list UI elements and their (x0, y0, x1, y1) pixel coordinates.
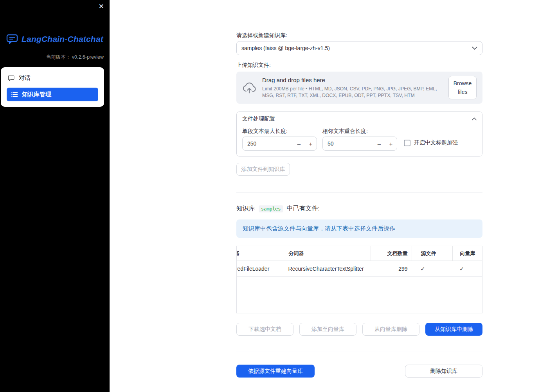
plus-step-button[interactable]: + (385, 140, 397, 147)
sidebar-item-chat[interactable]: 对话 (7, 70, 98, 86)
max-length-value: 250 (243, 140, 293, 147)
col-vector-store: 向量库 (452, 246, 482, 261)
minus-step-button[interactable]: – (293, 140, 305, 147)
sidebar: ✕ LangChain-Chatchat 当前版本： v0.2.6-previe… (0, 0, 110, 392)
main-content: 请选择或新建知识库: samples (faiss @ bge-large-zh… (110, 0, 540, 392)
upload-label: 上传知识文件: (236, 62, 271, 69)
file-config-title: 文件处理配置 (242, 115, 275, 122)
zh-title-enhance-label: 开启中文标题加强 (414, 139, 458, 146)
checkbox-box[interactable] (404, 140, 410, 146)
zh-title-enhance-checkbox[interactable]: 开启中文标题加强 (404, 139, 458, 146)
cell-source-check: ✓ (412, 261, 453, 276)
overlap-input[interactable]: 50 – + (322, 137, 397, 151)
download-selected-button[interactable]: 下载选中文档 (236, 323, 293, 336)
kb-select-value: samples (faiss @ bge-large-zh-v1.5) (241, 45, 330, 51)
uploader-limit-text: Limit 200MB per file • HTML, MD, JSON, C… (262, 86, 443, 99)
list-icon (11, 92, 18, 97)
app-window: ✕ LangChain-Chatchat 当前版本： v0.2.6-previe… (0, 0, 540, 392)
existing-suffix: 中已有文件: (287, 205, 320, 213)
divider (236, 192, 482, 192)
check-icon: ✓ (459, 266, 464, 272)
version-value: v0.2.6-preview (72, 54, 104, 60)
delete-from-kb-button[interactable]: 从知识库中删除 (425, 323, 482, 336)
chat-bubble-icon (8, 75, 14, 81)
kb-select[interactable]: samples (faiss @ bge-large-zh-v1.5) (236, 41, 482, 55)
files-table: 文档加载器 分词器 文档数量 源文件 向量库 UnstructuredFileL… (236, 246, 482, 313)
info-banner: 知识库中包含源文件与向量库，请从下表中选择文件后操作 (236, 219, 482, 238)
files-table-header: 文档加载器 分词器 文档数量 源文件 向量库 (237, 246, 482, 261)
file-uploader-dropzone[interactable]: Drag and drop files here Limit 200MB per… (236, 72, 482, 104)
info-text: 知识库中包含源文件与向量库，请从下表中选择文件后操作 (243, 225, 395, 232)
max-length-label: 单段文本最大长度: (242, 128, 288, 135)
cloud-upload-icon (242, 82, 256, 94)
minus-step-button[interactable]: – (373, 140, 385, 147)
overlap-label: 相邻文本重合长度: (322, 128, 368, 135)
uploader-text: Drag and drop files here Limit 200MB per… (262, 77, 443, 99)
check-icon: ✓ (421, 266, 425, 272)
rebuild-vector-store-button[interactable]: 依据源文件重建向量库 (236, 365, 315, 378)
existing-prefix: 知识库 (236, 205, 255, 213)
sidebar-item-label: 知识库管理 (22, 91, 51, 98)
browse-files-button[interactable]: Browse files (448, 76, 477, 100)
add-to-vector-store-button[interactable]: 添加至向量库 (299, 323, 356, 336)
kb-select-label: 请选择或新建知识库: (236, 32, 287, 39)
app-logo-text: LangChain-Chatchat (22, 34, 103, 44)
file-config-expander-header[interactable]: 文件处理配置 (237, 112, 482, 126)
sidebar-item-knowledge-base[interactable]: 知识库管理 (7, 88, 98, 101)
add-files-to-kb-button[interactable]: 添加文件到知识库 (236, 163, 290, 176)
version-label: 当前版本： (46, 54, 71, 60)
delete-kb-button[interactable]: 删除知识库 (405, 365, 482, 378)
max-length-input[interactable]: 250 – + (242, 137, 317, 151)
cell-splitter: RecursiveCharacterTextSplitter (282, 261, 371, 276)
app-logo: LangChain-Chatchat (0, 34, 110, 45)
col-loader: 文档加载器 (237, 246, 282, 261)
chevron-up-icon (472, 117, 477, 120)
chatchat-logo-icon (6, 34, 18, 45)
plus-step-button[interactable]: + (305, 140, 317, 147)
uploader-title: Drag and drop files here (262, 77, 443, 83)
sidebar-close-icon[interactable]: ✕ (99, 2, 104, 11)
sidebar-menu: 对话 知识库管理 (1, 67, 104, 107)
version-text: 当前版本： v0.2.6-preview (46, 54, 104, 61)
file-config-expander: 文件处理配置 单段文本最大长度: 250 – + 相邻文本重合长度: 50 – … (236, 111, 482, 156)
cell-doc-count: 299 (371, 261, 412, 276)
existing-files-heading: 知识库 samples 中已有文件: (236, 205, 320, 213)
overlap-value: 50 (323, 140, 373, 147)
sidebar-item-label: 对话 (19, 74, 31, 82)
col-doc-count: 文档数量 (371, 246, 412, 261)
kb-name-code: samples (259, 205, 283, 212)
col-splitter: 分词器 (282, 246, 371, 261)
cell-vector-check: ✓ (452, 261, 482, 276)
col-source-file: 源文件 (412, 246, 453, 261)
divider (236, 351, 482, 351)
delete-from-vector-store-button[interactable]: 从向量库删除 (362, 323, 419, 336)
table-row[interactable]: UnstructuredFileLoader RecursiveCharacte… (237, 261, 482, 277)
chevron-down-icon (472, 47, 477, 50)
cell-loader: UnstructuredFileLoader (237, 261, 282, 276)
